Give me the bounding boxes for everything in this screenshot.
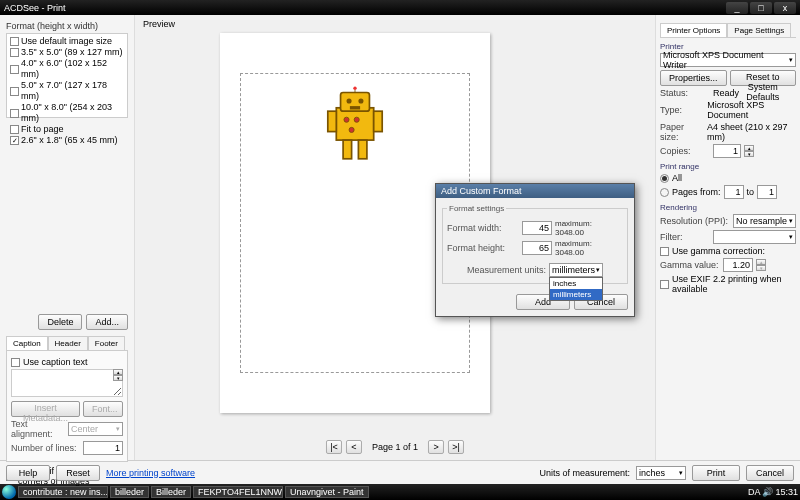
footer-units-label: Units of measurement: bbox=[539, 468, 630, 478]
start-button[interactable] bbox=[2, 485, 16, 499]
tab-footer[interactable]: Footer bbox=[88, 336, 125, 350]
pager-prev-button[interactable]: < bbox=[346, 440, 362, 454]
format-item[interactable]: 3.5" x 5.0" (89 x 127 mm) bbox=[9, 47, 125, 58]
close-button[interactable]: x bbox=[774, 2, 796, 14]
tab-page-settings[interactable]: Page Settings bbox=[727, 23, 791, 37]
units-dropdown: inches millimeters bbox=[549, 277, 603, 301]
tab-printer-options[interactable]: Printer Options bbox=[660, 23, 727, 37]
format-item[interactable]: 4.0" x 6.0" (102 x 152 mm) bbox=[9, 58, 125, 80]
caption-tabs: Caption Header Footer bbox=[6, 336, 128, 351]
units-select[interactable]: millimeters bbox=[549, 263, 603, 277]
printer-select[interactable]: Microsoft XPS Document Writer bbox=[660, 53, 796, 67]
copies-down[interactable]: ▾ bbox=[744, 151, 754, 157]
text-align-select[interactable]: Center bbox=[68, 422, 123, 436]
font-button[interactable]: Font... bbox=[83, 401, 123, 417]
format-label: 5.0" x 7.0" (127 x 178 mm) bbox=[21, 80, 124, 102]
unit-option-millimeters[interactable]: millimeters bbox=[550, 289, 602, 300]
minimize-button[interactable]: _ bbox=[726, 2, 748, 14]
taskbar-item[interactable]: Billeder bbox=[151, 486, 191, 498]
format-item[interactable]: 10.0" x 8.0" (254 x 203 mm) bbox=[9, 102, 125, 124]
gamma-down[interactable]: ▾ bbox=[756, 265, 766, 271]
svg-point-11 bbox=[344, 117, 349, 122]
pages-from-input[interactable] bbox=[724, 185, 744, 199]
use-caption-checkbox[interactable] bbox=[11, 358, 20, 367]
pages-to-input[interactable] bbox=[757, 185, 777, 199]
window-title: ACDSee - Print bbox=[4, 3, 726, 13]
pager-next-button[interactable]: > bbox=[428, 440, 444, 454]
filter-select[interactable] bbox=[713, 230, 796, 244]
cancel-button[interactable]: Cancel bbox=[746, 465, 794, 481]
preview-panel: Preview |< bbox=[135, 15, 655, 460]
unit-option-inches[interactable]: inches bbox=[550, 278, 602, 289]
svg-rect-8 bbox=[358, 140, 367, 159]
svg-point-5 bbox=[353, 87, 356, 90]
properties-button[interactable]: Properties... bbox=[660, 70, 727, 86]
format-item[interactable]: Use default image size bbox=[9, 36, 125, 47]
taskbar-item[interactable]: Unavngivet - Paint bbox=[285, 486, 369, 498]
lines-input[interactable] bbox=[83, 441, 123, 455]
format-checkbox[interactable] bbox=[10, 48, 19, 57]
caption-spin-down[interactable]: ▾ bbox=[113, 375, 123, 381]
format-checkbox[interactable] bbox=[10, 65, 19, 74]
add-format-button[interactable]: Add... bbox=[86, 314, 128, 330]
more-software-link[interactable]: More printing software bbox=[106, 468, 195, 478]
preview-image bbox=[305, 84, 405, 169]
exif22-checkbox[interactable] bbox=[660, 280, 669, 289]
help-button[interactable]: Help bbox=[6, 465, 50, 481]
delete-button[interactable]: Delete bbox=[38, 314, 82, 330]
svg-rect-10 bbox=[374, 111, 383, 131]
taskbar-item[interactable]: contribute : new ins... bbox=[18, 486, 108, 498]
format-checkbox[interactable]: ✓ bbox=[10, 136, 19, 145]
right-panel: Printer Options Page Settings Printer Mi… bbox=[655, 15, 800, 460]
taskbar-item[interactable]: billeder bbox=[110, 486, 149, 498]
range-all-radio[interactable] bbox=[660, 174, 669, 183]
render-group: Rendering bbox=[660, 203, 796, 212]
taskbar: contribute : new ins...billederBillederF… bbox=[0, 484, 800, 500]
format-item[interactable]: ✓2.6" x 1.8" (65 x 45 mm) bbox=[9, 135, 125, 146]
range-pages-radio[interactable] bbox=[660, 188, 669, 197]
reset-button[interactable]: Reset bbox=[56, 465, 100, 481]
range-all-label: All bbox=[672, 173, 682, 183]
units-label: Measurement units: bbox=[467, 265, 546, 275]
pager-first-button[interactable]: |< bbox=[326, 440, 342, 454]
gamma-label: Use gamma correction: bbox=[672, 246, 765, 256]
paper-value: A4 sheet (210 x 297 mm) bbox=[707, 122, 796, 142]
format-list: Use default image size3.5" x 5.0" (89 x … bbox=[6, 33, 128, 118]
tab-caption[interactable]: Caption bbox=[6, 336, 48, 350]
gamma-value-label: Gamma value: bbox=[660, 260, 720, 270]
resolution-select[interactable]: No resample bbox=[733, 214, 796, 228]
gamma-input[interactable] bbox=[723, 258, 753, 272]
reset-defaults-button[interactable]: Reset to System Defaults bbox=[730, 70, 796, 86]
svg-rect-9 bbox=[328, 111, 337, 131]
pager-last-button[interactable]: >| bbox=[448, 440, 464, 454]
footer-units-select[interactable]: inches bbox=[636, 466, 686, 480]
format-checkbox[interactable] bbox=[10, 87, 19, 96]
insert-metadata-button[interactable]: Insert Metadata... bbox=[11, 401, 80, 417]
status-value: Ready bbox=[713, 88, 739, 98]
format-item[interactable]: 5.0" x 7.0" (127 x 178 mm) bbox=[9, 80, 125, 102]
svg-rect-7 bbox=[343, 140, 352, 159]
format-checkbox[interactable] bbox=[10, 125, 19, 134]
svg-rect-0 bbox=[336, 108, 373, 140]
print-button[interactable]: Print bbox=[692, 465, 740, 481]
range-pages-label: Pages from: bbox=[672, 187, 721, 197]
format-label: 3.5" x 5.0" (89 x 127 mm) bbox=[21, 47, 122, 58]
lines-label: Number of lines: bbox=[11, 443, 80, 453]
copies-input[interactable] bbox=[713, 144, 741, 158]
resolution-label: Resolution (PPI): bbox=[660, 216, 730, 226]
volume-icon[interactable]: 🔊 bbox=[762, 487, 773, 497]
format-checkbox[interactable] bbox=[10, 37, 19, 46]
taskbar-item[interactable]: FEKPTO4FEL1NNW... bbox=[193, 486, 283, 498]
width-max: maximum: 3048.00 bbox=[555, 219, 623, 237]
maximize-button[interactable]: □ bbox=[750, 2, 772, 14]
format-settings-legend: Format settings bbox=[447, 204, 506, 213]
exif22-label: Use EXIF 2.2 printing when available bbox=[672, 274, 796, 294]
gamma-checkbox[interactable] bbox=[660, 247, 669, 256]
format-checkbox[interactable] bbox=[10, 109, 19, 118]
format-height-input[interactable] bbox=[522, 241, 552, 255]
filter-label: Filter: bbox=[660, 232, 710, 242]
tab-header[interactable]: Header bbox=[48, 336, 88, 350]
format-width-input[interactable] bbox=[522, 221, 552, 235]
caption-textarea[interactable] bbox=[11, 369, 123, 397]
lang-indicator[interactable]: DA bbox=[748, 487, 761, 497]
